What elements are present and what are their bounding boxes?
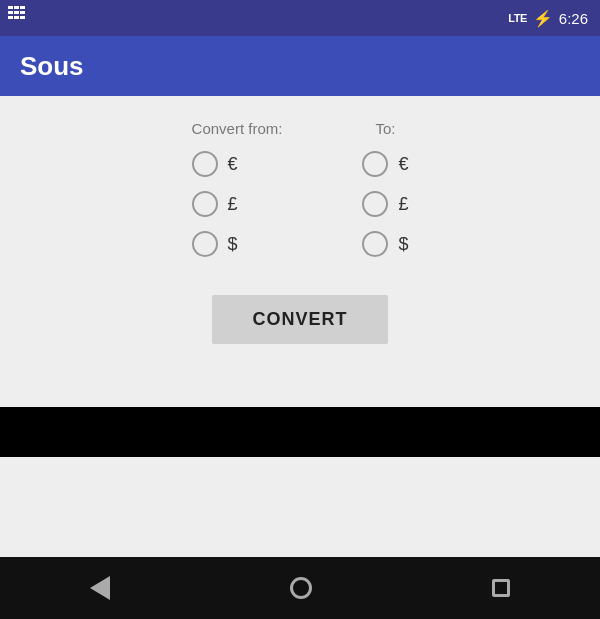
recents-icon <box>492 579 510 597</box>
from-dollar-symbol: $ <box>228 234 238 255</box>
battery-icon: ⚡ <box>533 9 553 28</box>
convert-from-col: Convert from: € £ $ <box>192 120 283 271</box>
from-euro-symbol: € <box>228 154 238 175</box>
from-pound-radio[interactable] <box>192 191 218 217</box>
convert-button[interactable]: CONVERT <box>212 295 387 344</box>
back-button[interactable] <box>80 566 120 610</box>
from-dollar-radio[interactable] <box>192 231 218 257</box>
drag-handle <box>8 6 25 20</box>
from-euro-row: € <box>192 151 238 177</box>
home-button[interactable] <box>280 567 322 609</box>
to-pound-symbol: £ <box>398 194 408 215</box>
to-label: To: <box>375 120 395 137</box>
convert-from-label: Convert from: <box>192 120 283 137</box>
home-icon <box>290 577 312 599</box>
to-euro-symbol: € <box>398 154 408 175</box>
from-pound-symbol: £ <box>228 194 238 215</box>
status-bar: LTE ⚡ 6:26 <box>0 0 600 36</box>
currency-section: Convert from: € £ $ To: € £ <box>0 120 600 271</box>
from-dollar-row: $ <box>192 231 238 257</box>
lte-icon: LTE <box>508 12 526 24</box>
to-col: To: € £ $ <box>362 120 408 271</box>
to-pound-radio[interactable] <box>362 191 388 217</box>
back-icon <box>90 576 110 600</box>
ad-bar <box>0 407 600 457</box>
from-euro-radio[interactable] <box>192 151 218 177</box>
convert-btn-wrap: CONVERT <box>212 295 387 344</box>
to-euro-radio[interactable] <box>362 151 388 177</box>
status-time: 6:26 <box>559 10 588 27</box>
main-content: Convert from: € £ $ To: € £ <box>0 96 600 407</box>
app-bar: Sous <box>0 36 600 96</box>
from-pound-row: £ <box>192 191 238 217</box>
app-title: Sous <box>20 51 84 82</box>
recents-button[interactable] <box>482 569 520 607</box>
to-dollar-symbol: $ <box>398 234 408 255</box>
gray-spacer <box>0 457 600 557</box>
to-dollar-radio[interactable] <box>362 231 388 257</box>
to-dollar-row: $ <box>362 231 408 257</box>
to-pound-row: £ <box>362 191 408 217</box>
to-euro-row: € <box>362 151 408 177</box>
status-icons: LTE ⚡ 6:26 <box>508 9 588 28</box>
nav-bar <box>0 557 600 619</box>
